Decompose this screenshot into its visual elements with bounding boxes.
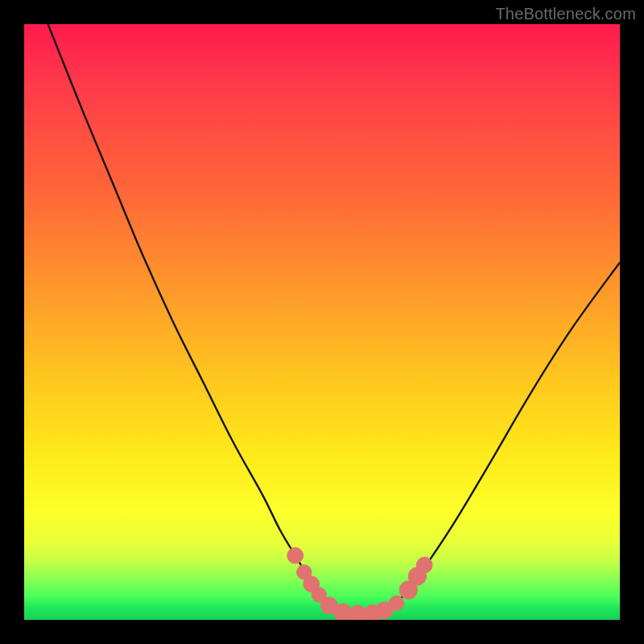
plot-area bbox=[24, 24, 620, 620]
watermark-text: TheBottleneck.com bbox=[495, 5, 636, 23]
curve-marker bbox=[389, 596, 403, 610]
curve-svg bbox=[24, 24, 620, 620]
chart-frame: TheBottleneck.com bbox=[0, 0, 644, 644]
curve-marker bbox=[287, 547, 303, 564]
markers-group bbox=[287, 547, 432, 620]
bottleneck-curve bbox=[48, 24, 620, 615]
curve-marker bbox=[416, 557, 432, 573]
